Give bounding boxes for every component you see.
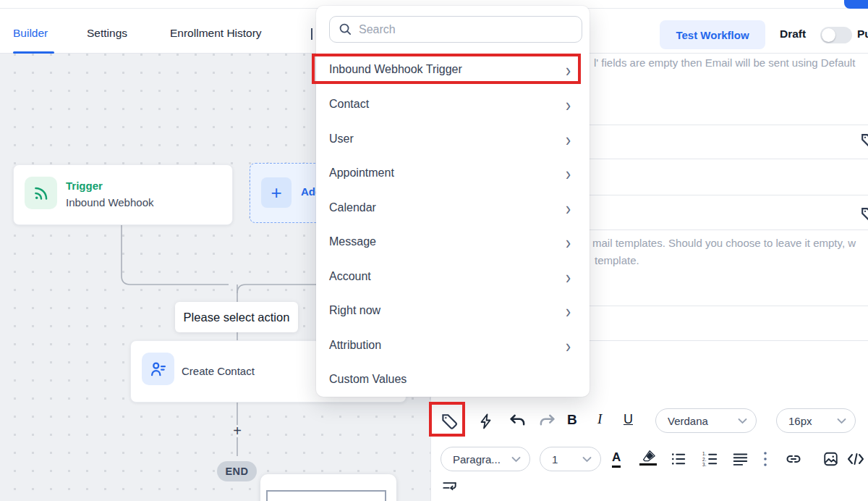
chevron-right-icon: › bbox=[566, 95, 571, 114]
toggle-knob bbox=[822, 28, 835, 42]
menu-item-attribution[interactable]: Attribution › bbox=[316, 331, 590, 360]
partial-bottom-card bbox=[260, 474, 396, 501]
tab-settings[interactable]: Settings bbox=[87, 27, 127, 40]
chevron-down-icon bbox=[738, 418, 747, 424]
highlight-color-icon[interactable] bbox=[639, 450, 657, 466]
chevron-right-icon: › bbox=[566, 336, 571, 355]
text-color-button[interactable]: A bbox=[612, 450, 621, 468]
menu-item-account[interactable]: Account › bbox=[316, 262, 590, 291]
plus-icon: + bbox=[261, 177, 292, 208]
chevron-right-icon: › bbox=[566, 232, 571, 251]
tab-enrollment-history[interactable]: Enrollment History bbox=[170, 27, 262, 40]
bold-button[interactable]: B bbox=[567, 412, 577, 428]
publish-label-partial: Pu bbox=[857, 28, 868, 41]
menu-item-custom-values[interactable]: Custom Values bbox=[316, 365, 590, 394]
bullet-list-icon[interactable] bbox=[670, 451, 687, 467]
menu-item-calendar[interactable]: Calendar › bbox=[316, 193, 590, 222]
menu-item-contact[interactable]: Contact › bbox=[316, 90, 590, 119]
numbered-list-icon[interactable]: 1. 2. 3. bbox=[702, 451, 719, 467]
menu-item-appointment[interactable]: Appointment › bbox=[316, 159, 590, 188]
publish-toggle[interactable] bbox=[820, 27, 852, 43]
insert-image-icon[interactable] bbox=[821, 450, 840, 468]
test-workflow-button[interactable]: Test Workflow bbox=[660, 20, 765, 49]
trigger-node-title: Trigger bbox=[66, 180, 103, 192]
svg-text:3.: 3. bbox=[702, 462, 707, 466]
font-family-value: Verdana bbox=[668, 415, 708, 427]
menu-item-user[interactable]: User › bbox=[316, 125, 590, 153]
menu-item-right-now[interactable]: Right now › bbox=[316, 296, 590, 325]
action-picker-menu: Inbound Webhook Trigger › Contact › User… bbox=[316, 6, 590, 397]
paragraph-style-select[interactable]: Paragra... bbox=[441, 447, 530, 471]
menu-item-message[interactable]: Message › bbox=[316, 227, 590, 256]
chevron-down-icon bbox=[582, 456, 592, 463]
partial-input-box[interactable] bbox=[266, 490, 386, 501]
email-helper-text-mid-2: template. bbox=[595, 254, 639, 266]
tag-merge-field-icon[interactable] bbox=[437, 410, 460, 433]
create-contact-icon bbox=[142, 353, 174, 385]
clipped-blue-button[interactable] bbox=[844, 0, 868, 9]
undo-icon[interactable] bbox=[508, 412, 528, 431]
create-contact-label: Create Contact bbox=[182, 365, 255, 377]
lightning-trigger-link-icon[interactable] bbox=[476, 411, 496, 432]
email-helper-text-mid-1: mail templates. Should you choose to lea… bbox=[592, 237, 856, 249]
chevron-right-icon: › bbox=[566, 130, 571, 148]
paragraph-style-value: Paragra... bbox=[453, 453, 501, 466]
search-icon bbox=[339, 22, 352, 36]
select-action-tooltip: Please select action bbox=[175, 302, 298, 332]
end-badge: END bbox=[217, 461, 257, 481]
active-tab-underline bbox=[13, 51, 54, 54]
text-wrap-icon[interactable] bbox=[440, 479, 459, 495]
chevron-down-icon bbox=[837, 418, 846, 424]
more-options-icon[interactable] bbox=[761, 450, 770, 468]
custom-values-tag-icon[interactable] bbox=[859, 206, 868, 224]
trigger-node-subtitle: Inbound Webhook bbox=[66, 196, 154, 209]
menu-item-inbound-webhook-trigger[interactable]: Inbound Webhook Trigger › bbox=[316, 55, 590, 84]
line-height-value: 1 bbox=[552, 453, 558, 466]
tab-builder[interactable]: Builder bbox=[13, 27, 48, 40]
add-step-plus-icon[interactable]: + bbox=[230, 423, 244, 439]
chevron-right-icon: › bbox=[566, 164, 571, 182]
line-height-select[interactable]: 1 bbox=[540, 447, 601, 471]
webhook-trigger-icon bbox=[25, 177, 57, 209]
chevron-right-icon: › bbox=[566, 267, 571, 286]
insert-link-icon[interactable] bbox=[784, 451, 803, 467]
redo-icon[interactable] bbox=[537, 412, 557, 431]
draft-label: Draft bbox=[780, 28, 806, 41]
font-size-select[interactable]: 16px bbox=[776, 408, 856, 433]
svg-text:1.: 1. bbox=[702, 452, 707, 456]
email-helper-text-top: l' fields are empty then Email will be s… bbox=[594, 56, 855, 69]
clipped-tab-text bbox=[311, 28, 312, 40]
italic-button[interactable]: I bbox=[597, 411, 602, 427]
chevron-down-icon bbox=[511, 456, 521, 463]
chevron-right-icon: › bbox=[566, 198, 571, 217]
chevron-right-icon: › bbox=[566, 60, 571, 79]
svg-text:2.: 2. bbox=[702, 457, 707, 462]
trigger-node[interactable]: Trigger Inbound Webhook bbox=[13, 164, 233, 225]
search-input[interactable] bbox=[359, 23, 573, 36]
code-view-icon[interactable] bbox=[846, 451, 866, 467]
chevron-right-icon: › bbox=[566, 301, 571, 320]
action-search-box[interactable] bbox=[329, 16, 582, 43]
custom-values-tag-icon[interactable] bbox=[859, 132, 868, 151]
font-family-select[interactable]: Verdana bbox=[655, 408, 757, 433]
underline-button[interactable]: U bbox=[624, 412, 633, 427]
align-text-icon[interactable] bbox=[731, 451, 749, 467]
font-size-value: 16px bbox=[788, 415, 812, 427]
